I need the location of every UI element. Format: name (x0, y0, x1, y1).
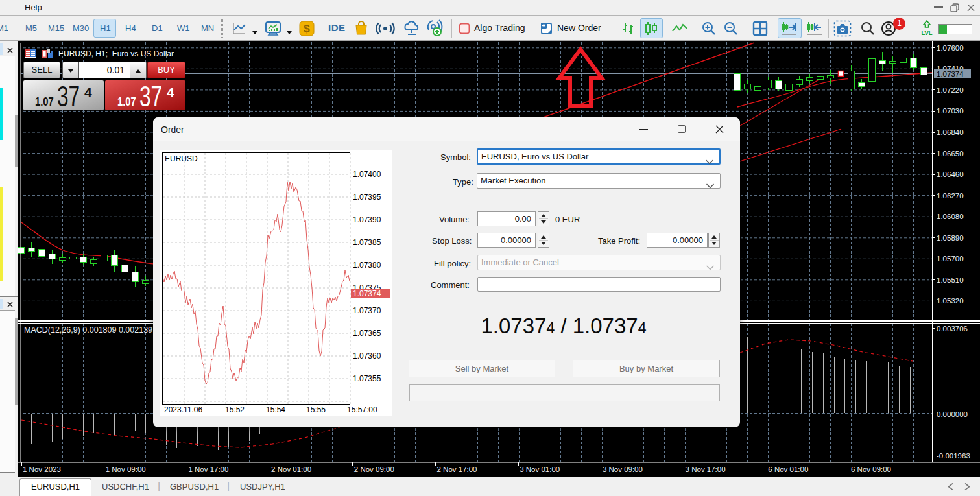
svg-text:MACD(12,26,9) 0.001809 0.00213: MACD(12,26,9) 0.001809 0.002139 (24, 325, 152, 335)
svg-text:1.07030: 1.07030 (937, 107, 964, 115)
svg-text:1 Nov 09:00: 1 Nov 09:00 (106, 466, 146, 473)
svg-text:-0.001963: -0.001963 (937, 452, 970, 460)
svg-text:15:55: 15:55 (306, 405, 326, 414)
svg-text:1.07600: 1.07600 (937, 44, 964, 52)
svg-text:1.07360: 1.07360 (353, 351, 381, 360)
svg-text:1.06270: 1.06270 (937, 192, 964, 200)
svg-text:15:57:00: 15:57:00 (347, 405, 377, 414)
svg-text:1.07220: 1.07220 (937, 86, 964, 94)
svg-text:1.07374: 1.07374 (353, 289, 381, 298)
svg-text:1.07385: 1.07385 (353, 238, 381, 247)
svg-text:1.07370: 1.07370 (353, 306, 381, 315)
svg-text:1.07400: 1.07400 (353, 170, 381, 179)
svg-text:1 Nov 17:00: 1 Nov 17:00 (188, 466, 228, 473)
svg-text:1 Nov 2023: 1 Nov 2023 (23, 466, 61, 473)
svg-text:1.06840: 1.06840 (937, 128, 964, 136)
svg-text:0.000000: 0.000000 (937, 410, 968, 418)
svg-text:LVL: LVL (921, 29, 932, 36)
svg-text:EURUSD: EURUSD (165, 154, 198, 163)
svg-text:1.07365: 1.07365 (353, 329, 381, 338)
svg-text:1.07390: 1.07390 (353, 215, 381, 224)
svg-text:1.07380: 1.07380 (353, 261, 381, 270)
svg-text:1.06460: 1.06460 (937, 171, 964, 178)
svg-text:$: $ (304, 23, 310, 35)
svg-text:2 Nov 01:00: 2 Nov 01:00 (271, 466, 311, 473)
svg-text:2 Nov 09:00: 2 Nov 09:00 (354, 466, 394, 473)
svg-text:2023.11.06: 2023.11.06 (164, 405, 202, 414)
svg-text:1.05700: 1.05700 (937, 255, 964, 263)
svg-text:1.07355: 1.07355 (353, 374, 381, 383)
svg-text:3 Nov 17:00: 3 Nov 17:00 (686, 466, 726, 473)
svg-text:1.07374: 1.07374 (937, 70, 964, 78)
svg-text:1.05510: 1.05510 (937, 276, 964, 284)
svg-text:1.05320: 1.05320 (937, 297, 964, 305)
svg-text:1.06080: 1.06080 (937, 213, 964, 220)
svg-text:15:54: 15:54 (266, 405, 285, 414)
svg-text:3 Nov 01:00: 3 Nov 01:00 (520, 466, 560, 473)
svg-text:1.07395: 1.07395 (353, 193, 381, 202)
svg-text:1.06650: 1.06650 (937, 150, 964, 158)
svg-text:6 Nov 09:00: 6 Nov 09:00 (851, 466, 891, 473)
svg-text:3 Nov 09:00: 3 Nov 09:00 (603, 466, 643, 473)
svg-text:1.05890: 1.05890 (937, 234, 964, 242)
svg-text:6 Nov 01:00: 6 Nov 01:00 (768, 466, 808, 473)
svg-text:2 Nov 17:00: 2 Nov 17:00 (437, 466, 477, 473)
svg-text:0.003706: 0.003706 (937, 325, 968, 333)
svg-text:15:52: 15:52 (225, 405, 245, 414)
